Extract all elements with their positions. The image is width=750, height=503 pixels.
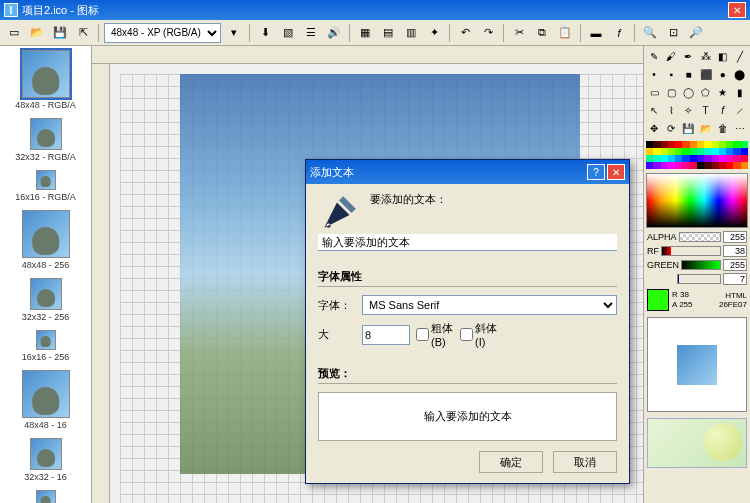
- palette-color[interactable]: [719, 141, 726, 148]
- palette-color[interactable]: [668, 162, 675, 169]
- palette-color[interactable]: [646, 155, 653, 162]
- palette-color[interactable]: [690, 148, 697, 155]
- palette-color[interactable]: [675, 162, 682, 169]
- palette-color[interactable]: [682, 148, 689, 155]
- alpha-value[interactable]: 255: [723, 231, 747, 243]
- sq-md-icon[interactable]: ■: [680, 66, 696, 83]
- thumbnail-item[interactable]: 16x16 - 256: [0, 326, 91, 366]
- palette-color[interactable]: [726, 148, 733, 155]
- thumbnail-item[interactable]: 16x16 - 16: [0, 486, 91, 503]
- color-gradient[interactable]: [646, 173, 748, 228]
- thumbnail-item[interactable]: 32x32 - 16: [0, 434, 91, 486]
- palette-color[interactable]: [741, 155, 748, 162]
- grid3-icon[interactable]: ▥: [401, 23, 421, 43]
- dialog-close-button[interactable]: ✕: [607, 164, 625, 180]
- thumbnail-item[interactable]: 32x32 - 256: [0, 274, 91, 326]
- palette-color[interactable]: [668, 148, 675, 155]
- palette-color[interactable]: [661, 141, 668, 148]
- palette-color[interactable]: [719, 155, 726, 162]
- palette-color[interactable]: [690, 162, 697, 169]
- effects-icon[interactable]: ✦: [424, 23, 444, 43]
- line-icon[interactable]: ╱: [732, 48, 748, 65]
- cancel-button[interactable]: 取消: [553, 451, 617, 473]
- italic-checkbox[interactable]: 斜体(I): [460, 321, 498, 348]
- zoom-in-icon[interactable]: 🔎: [686, 23, 706, 43]
- palette-color[interactable]: [697, 141, 704, 148]
- thumbnail-item[interactable]: 48x48 - 16: [0, 366, 91, 434]
- eraser-icon[interactable]: ◧: [715, 48, 731, 65]
- palette-color[interactable]: [697, 162, 704, 169]
- sq-sm-icon[interactable]: ▪: [663, 66, 679, 83]
- window-close-button[interactable]: ✕: [728, 2, 746, 18]
- green-value[interactable]: 255: [723, 259, 747, 271]
- palette-color[interactable]: [704, 162, 711, 169]
- palette-color[interactable]: [690, 155, 697, 162]
- rotate-icon[interactable]: ⟳: [663, 120, 679, 137]
- redo-icon[interactable]: ↷: [478, 23, 498, 43]
- paste-icon[interactable]: 📋: [555, 23, 575, 43]
- star-icon[interactable]: ★: [715, 84, 731, 101]
- palette-color[interactable]: [675, 148, 682, 155]
- open2-icon[interactable]: 📂: [697, 120, 713, 137]
- zoom-out-icon[interactable]: 🔍: [640, 23, 660, 43]
- palette-color[interactable]: [697, 155, 704, 162]
- thumbnail-item[interactable]: 16x16 - RGB/A: [0, 166, 91, 206]
- grid1-icon[interactable]: ▦: [355, 23, 375, 43]
- import-icon[interactable]: ⬇: [255, 23, 275, 43]
- palette-color[interactable]: [719, 162, 726, 169]
- palette-color[interactable]: [712, 155, 719, 162]
- palette-color[interactable]: [733, 162, 740, 169]
- ok-button[interactable]: 确定: [479, 451, 543, 473]
- pencil-icon[interactable]: ✎: [646, 48, 662, 65]
- lasso-icon[interactable]: ⌇: [663, 102, 679, 119]
- zoom-fit-icon[interactable]: ⊡: [663, 23, 683, 43]
- dropdown-icon[interactable]: ▾: [224, 23, 244, 43]
- bold-checkbox[interactable]: 粗体(B): [416, 321, 454, 348]
- spray-icon[interactable]: ⁂: [697, 48, 713, 65]
- palette-color[interactable]: [704, 141, 711, 148]
- alpha-slider[interactable]: [679, 232, 721, 242]
- palette-color[interactable]: [719, 148, 726, 155]
- fg-swatch[interactable]: [647, 289, 669, 311]
- palette-color[interactable]: [704, 148, 711, 155]
- palette-color[interactable]: [733, 148, 740, 155]
- row4-value[interactable]: 7: [723, 273, 747, 285]
- picker-icon[interactable]: ⟋: [732, 102, 748, 119]
- sq-lg-icon[interactable]: ⬛: [697, 66, 713, 83]
- thumbnail-item[interactable]: 48x48 - RGB/A: [0, 46, 91, 114]
- select-icon[interactable]: ↖: [646, 102, 662, 119]
- fx-tool-icon[interactable]: f: [715, 102, 731, 119]
- roundrect-icon[interactable]: ▢: [663, 84, 679, 101]
- color-palette[interactable]: [644, 139, 750, 171]
- poly-icon[interactable]: ⬠: [697, 84, 713, 101]
- trash-icon[interactable]: 🗑: [715, 120, 731, 137]
- cut-icon[interactable]: ✂: [509, 23, 529, 43]
- palette-color[interactable]: [646, 148, 653, 155]
- grid2-icon[interactable]: ▤: [378, 23, 398, 43]
- thumbnail-item[interactable]: 48x48 - 256: [0, 206, 91, 274]
- frame-icon[interactable]: ▧: [278, 23, 298, 43]
- fx-icon[interactable]: f: [609, 23, 629, 43]
- palette-color[interactable]: [646, 162, 653, 169]
- palette-color[interactable]: [741, 148, 748, 155]
- palette-color[interactable]: [661, 162, 668, 169]
- fill-icon[interactable]: ▬: [586, 23, 606, 43]
- move-icon[interactable]: ✥: [646, 120, 662, 137]
- circ-lg-icon[interactable]: ⬤: [732, 66, 748, 83]
- copy-icon[interactable]: ⧉: [532, 23, 552, 43]
- palette-color[interactable]: [682, 155, 689, 162]
- palette-color[interactable]: [675, 141, 682, 148]
- fill-tool-icon[interactable]: ▮: [732, 84, 748, 101]
- text-input[interactable]: [318, 234, 617, 251]
- format-selector[interactable]: 48x48 - XP (RGB/A): [104, 23, 221, 43]
- palette-color[interactable]: [712, 148, 719, 155]
- palette-color[interactable]: [668, 141, 675, 148]
- brush-icon[interactable]: 🖌: [663, 48, 679, 65]
- palette-color[interactable]: [712, 141, 719, 148]
- circ-sm-icon[interactable]: ●: [715, 66, 731, 83]
- palette-color[interactable]: [726, 141, 733, 148]
- rf-slider[interactable]: [661, 246, 721, 256]
- text-tool-icon[interactable]: T: [697, 102, 713, 119]
- palette-color[interactable]: [668, 155, 675, 162]
- save2-icon[interactable]: 💾: [680, 120, 696, 137]
